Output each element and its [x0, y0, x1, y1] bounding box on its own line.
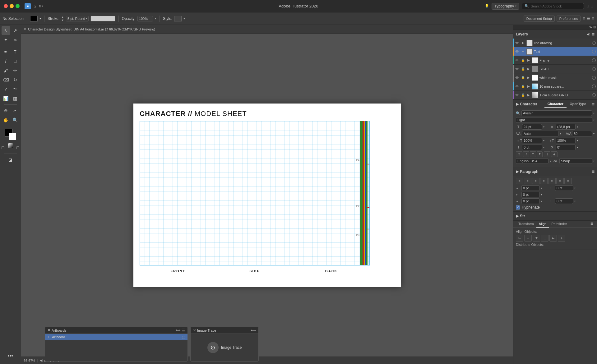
list-view-btn[interactable]: ☰	[587, 16, 590, 21]
stroke-up-down[interactable]: ▲▼	[61, 16, 64, 22]
tab-align[interactable]: Align	[536, 221, 549, 228]
sb-chevron[interactable]: ▾	[574, 187, 576, 190]
column-graph-tool[interactable]: ▦	[11, 94, 20, 103]
align-justify-right-btn[interactable]: ≡	[564, 178, 572, 184]
layer-visibility-1cm[interactable]: 👁	[515, 93, 520, 98]
first-indent-input[interactable]	[521, 198, 539, 204]
more-tools-btn[interactable]: •••	[6, 352, 15, 360]
font-style-select[interactable]: Light	[516, 117, 592, 123]
baseline-chevron[interactable]: ▾	[543, 146, 544, 149]
workspace-switcher[interactable]: ⊞ ▾	[39, 4, 43, 8]
il-chevron[interactable]: ▾	[541, 187, 542, 190]
layer-item-frame[interactable]: 👁 🔒 ▶ Frame	[513, 56, 597, 65]
layer-visibility-white-mask[interactable]: 👁	[515, 75, 520, 80]
layer-item-line-drawing[interactable]: 👁 ▶ line drawing	[513, 39, 597, 47]
draw-mode-btn[interactable]: ◪	[6, 155, 15, 164]
kerning-select[interactable]: Auto	[522, 131, 558, 136]
tab-pathfinder[interactable]: Pathfinder	[549, 221, 569, 228]
artboard-options-icon[interactable]: ⬚	[182, 335, 185, 339]
layer-lock-1cm[interactable]: 🔒	[521, 93, 525, 97]
tab-close-btn[interactable]: ✕	[24, 27, 26, 31]
opacity-field[interactable]: 100%	[137, 16, 153, 21]
typography-workspace-btn[interactable]: Typography ▾	[492, 3, 519, 10]
fill-controls[interactable]: ▾	[39, 17, 41, 20]
rotate-tool[interactable]: ↻	[11, 76, 20, 84]
selection-tool[interactable]: ↖	[2, 26, 10, 35]
image-trace-expand-btn[interactable]: ⟺	[251, 328, 256, 332]
italic-btn[interactable]: T	[523, 151, 530, 157]
background-color[interactable]	[9, 133, 16, 140]
layer-expand-frame[interactable]: ▶	[526, 58, 531, 62]
tab-transform[interactable]: Transform	[516, 221, 536, 228]
rect-tool[interactable]: □	[11, 57, 20, 66]
layer-expand-10mm[interactable]: ▶	[526, 85, 531, 88]
leading-input[interactable]	[556, 124, 576, 130]
h-scale-input[interactable]	[522, 138, 542, 143]
stroke-collapse-icon[interactable]: ▶	[516, 214, 519, 218]
align-justify-force-btn[interactable]: ≡	[556, 178, 564, 184]
font-family-chevron[interactable]: ▾	[593, 112, 595, 115]
strikethrough-btn[interactable]: T	[551, 151, 558, 157]
layer-lock-frame[interactable]: 🔒	[521, 58, 525, 62]
align-menu[interactable]: ☰	[589, 221, 595, 228]
fi-chevron[interactable]: ▾	[541, 200, 542, 203]
stroke-style-select[interactable]: 5 pt. Round ▾	[66, 16, 89, 21]
artboard-item[interactable]: 1 Artboard 1 ⬚	[45, 334, 187, 340]
artboards-menu-btn[interactable]: ☰	[182, 328, 185, 332]
panel-arrange[interactable]: ⊟	[590, 4, 593, 8]
space-after-input[interactable]	[555, 198, 573, 204]
layer-expand-white-mask[interactable]: ▶	[526, 76, 531, 79]
para-menu[interactable]: ☰	[592, 170, 595, 173]
adobe-stock-search[interactable]: 🔍 Search Adobe Stock	[522, 3, 584, 9]
opacity-expand[interactable]: ▸	[155, 17, 156, 20]
home-icon[interactable]: ⌂	[32, 3, 38, 9]
close-button[interactable]	[4, 4, 8, 8]
type-tool[interactable]: T	[11, 48, 20, 56]
line-tool[interactable]: /	[2, 57, 10, 66]
layer-target-line-drawing[interactable]	[592, 41, 596, 45]
layer-item-white-mask[interactable]: 👁 🔒 ▶ white mask	[513, 73, 597, 82]
para-collapse-icon[interactable]: ▶	[516, 169, 519, 174]
arrange-btn[interactable]: ⊟	[591, 16, 595, 21]
graph-tool[interactable]: 📊	[2, 94, 10, 103]
layer-target-frame[interactable]	[592, 58, 596, 62]
slice-tool[interactable]: ✂	[11, 106, 20, 115]
layer-target-1cm[interactable]	[592, 93, 596, 97]
char-collapse-icon[interactable]: ▶	[516, 102, 519, 106]
grid-view-btn[interactable]: ⊞	[582, 16, 585, 21]
layer-item-text[interactable]: 👁 ▼ Text	[513, 47, 597, 56]
nav-prev[interactable]: ◀	[40, 358, 42, 362]
font-size-input[interactable]	[522, 124, 542, 130]
rotation-chevron[interactable]: ▾	[577, 146, 578, 149]
aa-chevron[interactable]: ▾	[593, 160, 595, 163]
tab-character[interactable]: Character	[544, 101, 567, 108]
lasso-tool[interactable]: ⌾	[11, 35, 20, 44]
layer-target-text[interactable]	[592, 50, 596, 53]
layer-expand-line-drawing[interactable]: ▶	[521, 41, 525, 44]
layer-expand-text[interactable]: ▼	[521, 50, 525, 53]
lightbulb-icon[interactable]: 💡	[485, 4, 489, 8]
fill-color-swatch[interactable]	[30, 16, 38, 21]
preferences-btn[interactable]: Preferences	[557, 16, 581, 22]
align-bottom-edge-btn[interactable]: ⊦	[558, 235, 565, 242]
layer-target-scale[interactable]	[592, 67, 596, 71]
layer-visibility-line-drawing[interactable]: 👁	[515, 40, 520, 45]
magic-wand-tool[interactable]: ✦	[2, 35, 10, 44]
layer-lock-scale[interactable]: 🔒	[521, 67, 525, 71]
image-trace-close-btn[interactable]: ✕	[193, 328, 196, 332]
layer-item-scale[interactable]: 👁 🔒 ▶ SCALE	[513, 65, 597, 73]
layer-target-10mm[interactable]	[592, 85, 596, 88]
panels-collapse-btn[interactable]: ≫	[589, 25, 592, 29]
align-left-btn[interactable]: ≡	[516, 178, 523, 184]
paintbrush-tool[interactable]: 🖌	[2, 66, 10, 75]
panel-toggle[interactable]: ⊞	[586, 4, 589, 8]
language-select[interactable]: English: USA	[516, 158, 548, 164]
align-center-btn[interactable]: ≡	[524, 178, 531, 184]
align-right-btn[interactable]: ≡	[532, 178, 539, 184]
rotation-input[interactable]	[556, 145, 576, 150]
panels-arrange-btn[interactable]: ⊟	[593, 25, 596, 29]
kerning-chevron[interactable]: ▾	[560, 132, 561, 135]
align-justify-btn[interactable]: ≡	[540, 178, 548, 184]
scale-tool[interactable]: ⤢	[2, 85, 10, 94]
warp-tool[interactable]: 〜	[11, 85, 20, 94]
